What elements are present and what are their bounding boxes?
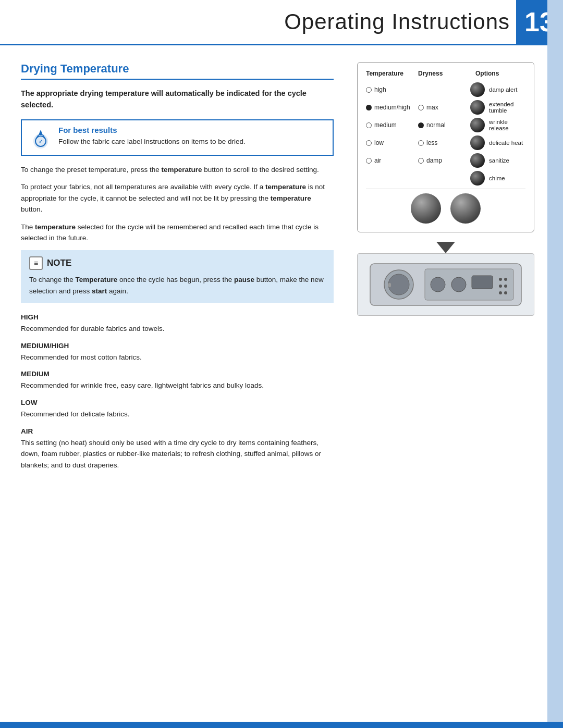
svg-point-18 [504, 291, 507, 294]
cp-row-1: high damp alert [366, 82, 525, 97]
svg-point-15 [499, 285, 502, 288]
radio-high [366, 87, 372, 93]
cp-temp-low: low [366, 139, 418, 146]
svg-point-11 [451, 277, 466, 292]
radio-max [418, 105, 424, 110]
option-label-wrinkle-release: wrinkle release [489, 119, 525, 131]
right-column: Temperature Dryness Options high damp al… [349, 62, 542, 478]
option-label-damp-alert: damp alert [489, 87, 517, 93]
cp-header-options: Options [465, 70, 525, 77]
option-circle-wrinkle-release [470, 118, 485, 132]
cp-header-dryness: Dryness [418, 70, 465, 77]
dry-label-max: max [426, 104, 438, 111]
sub-heading-mediumhigh: MEDIUM/HIGH [21, 342, 334, 350]
sub-heading-medium: MEDIUM [21, 370, 334, 378]
sub-section-air: AIR This setting (no heat) should only b… [21, 427, 334, 471]
temp-label-medium: medium [374, 121, 397, 129]
cp-dry-max: max [418, 104, 465, 111]
best-results-text: For best results Follow the fabric care … [58, 126, 325, 147]
section-heading: Drying Temperature [21, 62, 334, 80]
cp-opt-delicate-heat: delicate heat [465, 135, 525, 150]
control-panel-header: Temperature Dryness Options [366, 70, 525, 77]
cp-opt-extended-tumble: extended tumble [465, 100, 525, 115]
cp-opt-damp-alert: damp alert [465, 82, 525, 97]
cp-opt-wrinkle-release: wrinkle release [465, 118, 525, 132]
best-results-box: ✓ For best results Follow the fabric car… [21, 119, 334, 156]
sub-section-mediumhigh: MEDIUM/HIGH Recommended for most cotton … [21, 342, 334, 363]
intro-paragraph: The appropriate drying temperature will … [21, 88, 334, 111]
dry-label-less: less [426, 139, 437, 146]
cp-temp-air: air [366, 157, 418, 164]
cp-row-3: medium normal wrinkle release [366, 118, 525, 132]
main-content: Drying Temperature The appropriate dryin… [0, 45, 563, 495]
note-body: To change the Temperature once the cycle… [29, 274, 325, 297]
sub-section-medium: MEDIUM Recommended for wrinkle free, eas… [21, 370, 334, 391]
arrow-down-icon [436, 242, 455, 253]
sub-body-mediumhigh: Recommended for most cotton fabrics. [21, 352, 334, 363]
sub-body-medium: Recommended for wrinkle free, easy care,… [21, 380, 334, 391]
cp-row-6: chime [366, 171, 525, 186]
option-label-extended-tumble: extended tumble [489, 101, 525, 114]
left-column: Drying Temperature The appropriate dryin… [21, 62, 334, 478]
best-results-icon: ✓ [29, 127, 52, 150]
option-circle-delicate-heat [470, 135, 485, 150]
sub-section-low: LOW Recommended for delicate fabrics. [21, 399, 334, 420]
best-results-title: For best results [58, 126, 325, 134]
knobs-row [366, 193, 525, 224]
body-para-2: To protect your fabrics, not all tempera… [21, 181, 334, 215]
knob-right [450, 193, 481, 224]
body-para-3: The temperature selected for the cycle w… [21, 221, 334, 244]
appliance-image [357, 253, 534, 316]
option-label-sanitize: sanitize [489, 157, 509, 164]
note-label: NOTE [47, 258, 71, 268]
svg-point-8 [388, 274, 409, 295]
dry-label-normal: normal [426, 121, 446, 129]
cp-opt-sanitize: sanitize [465, 153, 525, 168]
radio-air [366, 158, 372, 164]
svg-rect-19 [388, 283, 391, 287]
note-header: ≡ NOTE [29, 256, 325, 270]
cp-dry-less: less [418, 139, 465, 146]
radio-less [418, 140, 424, 146]
option-circle-chime [470, 171, 485, 186]
note-icon: ≡ [29, 256, 43, 270]
option-label-chime: chime [489, 175, 505, 181]
body-para-1: To change the preset temperature, press … [21, 164, 334, 176]
cp-row-5: air damp sanitize [366, 153, 525, 168]
bottom-bar [0, 722, 563, 728]
cp-temp-medium: medium [366, 121, 418, 129]
radio-normal [418, 122, 424, 128]
radio-damp [418, 158, 424, 164]
sub-heading-high: HIGH [21, 313, 334, 321]
radio-medium [366, 122, 372, 128]
control-panel-box: Temperature Dryness Options high damp al… [357, 62, 534, 232]
cp-header-temperature: Temperature [366, 70, 418, 77]
right-accent-bar [547, 0, 563, 728]
svg-point-14 [504, 278, 507, 281]
cp-opt-chime: chime [465, 171, 525, 186]
cp-dry-normal: normal [418, 121, 465, 129]
svg-point-16 [504, 285, 507, 288]
dry-label-damp: damp [426, 157, 442, 164]
temp-label-mediumhigh: medium/high [374, 104, 410, 111]
svg-point-17 [499, 291, 502, 294]
cp-dry-damp: damp [418, 157, 465, 164]
sub-heading-air: AIR [21, 427, 334, 435]
knob-left [411, 193, 441, 224]
cp-temp-high: high [366, 86, 418, 93]
appliance-svg [368, 261, 524, 308]
option-circle-sanitize [470, 153, 485, 168]
temp-label-air: air [374, 157, 381, 164]
page-title: Operating Instructions [284, 9, 516, 34]
option-label-delicate-heat: delicate heat [489, 140, 523, 146]
radio-mediumhigh [366, 105, 372, 110]
option-circle-damp-alert [470, 82, 485, 97]
svg-text:✓: ✓ [39, 139, 43, 144]
sub-heading-low: LOW [21, 399, 334, 406]
cp-row-4: low less delicate heat [366, 135, 525, 150]
svg-point-13 [499, 278, 502, 281]
header-title-area: Operating Instructions [0, 0, 516, 44]
svg-marker-2 [39, 130, 43, 135]
page-header: Operating Instructions 13 [0, 0, 563, 45]
sub-sections: HIGH Recommended for durable fabrics and… [21, 313, 334, 471]
